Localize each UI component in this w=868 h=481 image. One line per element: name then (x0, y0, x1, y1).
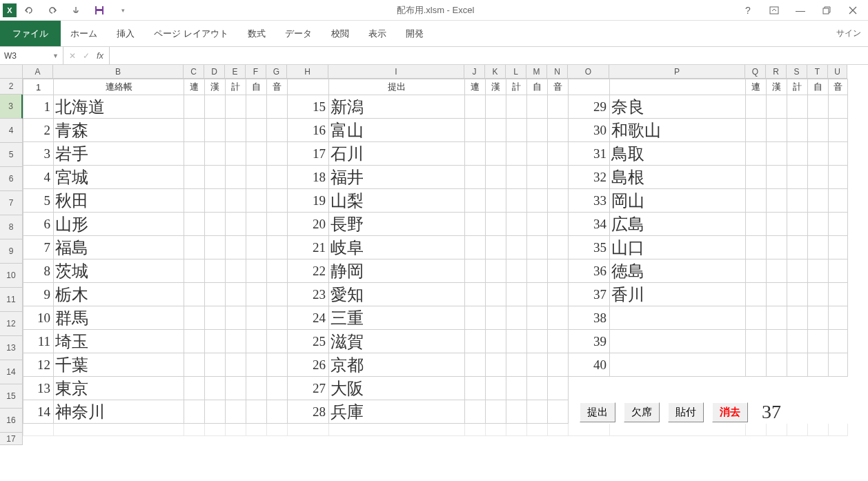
cell[interactable] (205, 236, 226, 259)
cell[interactable] (267, 142, 288, 166)
cell[interactable] (267, 353, 288, 377)
cell[interactable] (506, 213, 527, 236)
cell[interactable] (205, 189, 226, 213)
cell[interactable] (184, 119, 205, 142)
row-header[interactable]: 15 (0, 384, 23, 409)
cell[interactable] (808, 142, 829, 166)
row-header[interactable]: 12 (0, 312, 23, 336)
name-box-dropdown-icon[interactable]: ▼ (52, 52, 59, 59)
cell[interactable] (787, 424, 808, 436)
cell[interactable]: 38 (569, 306, 610, 330)
cell[interactable] (246, 119, 267, 142)
cell[interactable] (267, 236, 288, 259)
cell[interactable] (226, 424, 246, 436)
cell[interactable] (787, 259, 808, 283)
cell[interactable] (486, 189, 506, 213)
row-header[interactable]: 7 (0, 191, 23, 215)
cell[interactable]: 31 (569, 142, 610, 166)
row-header[interactable]: 17 (0, 433, 23, 445)
cell[interactable] (569, 424, 610, 436)
cell[interactable] (767, 424, 787, 436)
cell[interactable]: 10 (23, 306, 54, 330)
cell[interactable]: 石川 (329, 142, 465, 166)
delete-button[interactable]: 消去 (712, 402, 748, 422)
save-button[interactable] (92, 3, 106, 17)
cell[interactable]: 16 (288, 119, 329, 142)
cell[interactable]: 音 (829, 79, 848, 95)
cell[interactable] (746, 259, 767, 283)
cell[interactable] (527, 213, 548, 236)
cell[interactable] (506, 330, 527, 353)
cell[interactable]: 愛知 (329, 283, 465, 306)
ribbon-display-button[interactable] (767, 3, 781, 17)
cell[interactable] (465, 142, 486, 166)
cell[interactable]: 連 (746, 79, 767, 95)
cell[interactable] (829, 236, 848, 259)
column-header[interactable]: B (53, 65, 184, 79)
cell[interactable]: 連 (465, 79, 486, 95)
column-header[interactable]: J (464, 65, 485, 79)
cell[interactable]: 音 (267, 79, 288, 95)
cell[interactable] (205, 259, 226, 283)
cell[interactable] (267, 424, 288, 436)
tab-insert[interactable]: 挿入 (107, 21, 144, 46)
cell[interactable]: 8 (23, 259, 54, 283)
cell[interactable] (506, 377, 527, 400)
cell[interactable] (226, 259, 246, 283)
cell[interactable] (808, 330, 829, 353)
cell[interactable] (548, 166, 569, 189)
cell[interactable] (465, 259, 486, 283)
cell[interactable] (746, 306, 767, 330)
row-header[interactable]: 11 (0, 288, 23, 312)
cell[interactable] (246, 142, 267, 166)
cell[interactable] (787, 95, 808, 119)
cell[interactable]: 28 (288, 400, 329, 424)
cell[interactable] (267, 306, 288, 330)
cell[interactable]: 香川 (610, 283, 746, 306)
cell[interactable] (829, 189, 848, 213)
cell[interactable] (746, 95, 767, 119)
cell[interactable] (246, 283, 267, 306)
cell[interactable] (787, 400, 808, 424)
cell[interactable] (465, 95, 486, 119)
cell[interactable] (746, 213, 767, 236)
cell[interactable]: 22 (288, 259, 329, 283)
column-header[interactable]: L (506, 65, 526, 79)
cell[interactable] (548, 213, 569, 236)
cell[interactable] (184, 400, 205, 424)
cell[interactable] (246, 353, 267, 377)
cell[interactable] (746, 119, 767, 142)
cell[interactable] (808, 353, 829, 377)
cell[interactable]: 計 (787, 79, 808, 95)
cell[interactable] (527, 189, 548, 213)
cell[interactable]: 34 (569, 213, 610, 236)
cell[interactable]: 1 (23, 79, 54, 95)
cell[interactable]: 群馬 (54, 306, 184, 330)
cell[interactable] (54, 424, 184, 436)
cell[interactable]: 広島 (610, 213, 746, 236)
cell[interactable] (205, 283, 226, 306)
cell[interactable] (527, 142, 548, 166)
cell[interactable]: 北海道 (54, 95, 184, 119)
cell[interactable] (808, 377, 829, 400)
cell[interactable] (746, 330, 767, 353)
cell[interactable] (205, 95, 226, 119)
cell[interactable] (226, 95, 246, 119)
cell[interactable]: 29 (569, 95, 610, 119)
cell[interactable]: 6 (23, 213, 54, 236)
close-button[interactable] (846, 3, 860, 17)
cell[interactable] (548, 330, 569, 353)
cell[interactable] (205, 306, 226, 330)
cell[interactable] (205, 166, 226, 189)
cell[interactable] (465, 330, 486, 353)
column-header[interactable]: I (328, 65, 464, 79)
cell[interactable] (329, 424, 465, 436)
cell[interactable] (205, 424, 226, 436)
cell[interactable] (246, 424, 267, 436)
cell[interactable]: 京都 (329, 353, 465, 377)
qat-customize-button[interactable]: ▾ (116, 3, 130, 17)
cell[interactable]: 漢 (205, 79, 226, 95)
cell[interactable]: 20 (288, 213, 329, 236)
cell[interactable] (548, 306, 569, 330)
cell[interactable] (226, 166, 246, 189)
